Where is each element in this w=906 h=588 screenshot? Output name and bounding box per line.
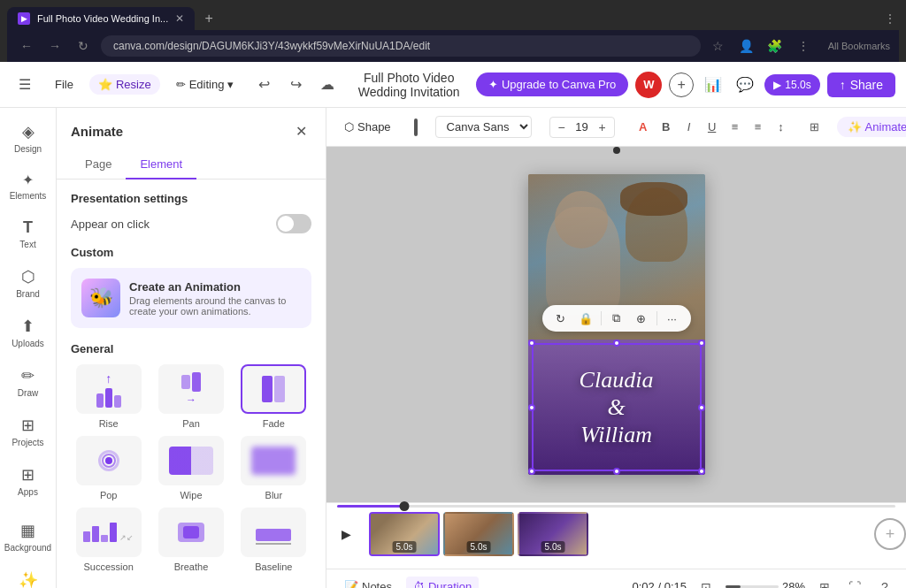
add-collaborator-btn[interactable]: +: [669, 73, 694, 97]
timeline-scrub[interactable]: [337, 505, 895, 508]
panel-close-btn[interactable]: ✕: [290, 120, 311, 141]
clip-1-duration: 5.0s: [393, 541, 417, 553]
font-family-select[interactable]: Canva Sans: [435, 116, 532, 138]
tab-page[interactable]: Page: [71, 150, 126, 179]
timeline-clips: 5.0s 5.0s 5.0s: [365, 512, 871, 556]
forward-btn[interactable]: →: [44, 35, 65, 57]
list-btn[interactable]: ≡: [725, 117, 746, 138]
share-btn[interactable]: ↑ Share: [827, 73, 895, 97]
timeline-play-btn[interactable]: ▶: [330, 518, 362, 550]
sidebar-label-projects: Projects: [12, 438, 43, 447]
browser-settings-btn[interactable]: ⋮: [881, 10, 899, 27]
tab-element[interactable]: Element: [126, 150, 196, 179]
corner-radius-btn[interactable]: [414, 118, 418, 136]
timeline-clip-3[interactable]: 5.0s: [518, 512, 588, 556]
sidebar-item-magic[interactable]: ✨: [4, 563, 53, 588]
timeline-clip-1[interactable]: 5.0s: [369, 512, 440, 556]
sidebar-item-elements[interactable]: ✦ Elements: [4, 164, 53, 208]
user-avatar[interactable]: W: [635, 72, 662, 98]
reload-btn[interactable]: ↻: [73, 35, 94, 57]
sel-handle-bm[interactable]: [613, 468, 620, 475]
tab-close-btn[interactable]: ✕: [175, 12, 184, 25]
sel-handle-tl[interactable]: [528, 340, 535, 347]
play-time-btn[interactable]: ▶ 15.0s: [764, 74, 819, 95]
timeline-scrubber-indicator[interactable]: [613, 147, 620, 154]
duplicate-icon-ft[interactable]: ⊕: [632, 309, 651, 328]
bookmark-star-btn[interactable]: ☆: [708, 35, 729, 57]
copy-icon-ft[interactable]: ⧉: [607, 309, 626, 328]
font-size-decrease-btn[interactable]: −: [554, 119, 570, 135]
add-clip-btn[interactable]: +: [874, 518, 906, 550]
anim-item-fade[interactable]: Fade: [236, 364, 311, 429]
anim-item-blur[interactable]: Blur: [236, 436, 311, 500]
lock-icon-ft[interactable]: 🔒: [576, 309, 595, 328]
anim-label-blur: Blur: [265, 490, 283, 500]
comments-btn[interactable]: 💬: [733, 73, 757, 97]
timeline-scrubber-area: [326, 503, 906, 508]
fullscreen-btn[interactable]: ⛶: [844, 577, 865, 589]
notes-btn[interactable]: 📝 Notes: [337, 577, 399, 588]
line-height-btn[interactable]: ↕: [771, 117, 792, 138]
design-canvas: Claudia&William ↻ 🔒: [528, 174, 705, 475]
sidebar-item-draw[interactable]: ✏ Draw: [4, 359, 53, 405]
anim-item-baseline[interactable]: Baseline: [236, 508, 311, 572]
font-size-increase-btn[interactable]: +: [595, 119, 610, 135]
create-animation-card[interactable]: 🐝 Create an Animation Drag elements arou…: [71, 268, 311, 328]
browser-tab-active[interactable]: ▶ Full Photo Video Wedding In... ✕: [7, 7, 195, 30]
sel-handle-tm[interactable]: [613, 340, 620, 347]
sidebar-item-apps[interactable]: ⊞ Apps: [4, 458, 53, 504]
underline-btn[interactable]: U: [702, 117, 723, 138]
back-btn[interactable]: ←: [16, 35, 37, 57]
browser-menu-btn[interactable]: ⋮: [793, 35, 814, 57]
resize-btn[interactable]: ⭐ Resize: [89, 74, 160, 95]
sidebar-item-text[interactable]: T Text: [4, 211, 53, 256]
anim-item-pop[interactable]: Pop: [71, 436, 146, 500]
url-bar[interactable]: [101, 35, 701, 57]
shape-btn[interactable]: ⬡ Shape: [337, 117, 398, 137]
hamburger-btn[interactable]: ☰: [11, 71, 39, 99]
duration-btn[interactable]: ⏱ Duration: [406, 577, 479, 588]
sel-handle-tr[interactable]: [698, 340, 705, 347]
cloud-save-btn[interactable]: ☁: [313, 71, 342, 99]
text-color-btn[interactable]: A: [633, 117, 654, 138]
animate-toolbar-btn[interactable]: ✨ Animate: [837, 117, 906, 137]
new-tab-button[interactable]: +: [198, 8, 219, 29]
extensions-btn[interactable]: 🧩: [764, 35, 786, 57]
anim-item-succession[interactable]: ↗↙ Succession: [71, 508, 146, 572]
upgrade-btn[interactable]: ✦ Upgrade to Canva Pro: [476, 73, 628, 96]
sel-handle-bl[interactable]: [528, 468, 535, 475]
file-menu-btn[interactable]: File: [46, 74, 82, 95]
sidebar-item-background[interactable]: ▦ Background: [4, 514, 53, 560]
help-btn[interactable]: ?: [874, 577, 895, 589]
editing-btn[interactable]: ✏ Editing ▾: [167, 74, 243, 95]
sidebar-item-design[interactable]: ◈ Design: [4, 115, 53, 161]
anim-item-breathe[interactable]: Breathe: [153, 508, 228, 572]
more-icon-ft[interactable]: ···: [663, 309, 682, 328]
sidebar-item-brand[interactable]: ⬡ Brand: [4, 260, 53, 306]
anim-item-rise[interactable]: ↑ Rise: [71, 364, 146, 429]
sidebar-item-uploads[interactable]: ⬆ Uploads: [4, 309, 53, 355]
anim-item-pan[interactable]: → Pan: [153, 364, 228, 429]
sel-handle-ml[interactable]: [528, 404, 535, 411]
left-sidebar: ◈ Design ✦ Elements T Text ⬡ Brand ⬆ Upl…: [0, 108, 57, 588]
appear-on-click-toggle[interactable]: [276, 214, 311, 233]
redo-btn[interactable]: ↪: [281, 71, 310, 99]
analytics-btn[interactable]: 📊: [701, 73, 726, 97]
sidebar-item-projects[interactable]: ⊞ Projects: [4, 409, 53, 454]
undo-btn[interactable]: ↩: [250, 71, 278, 99]
profile-btn[interactable]: 👤: [736, 35, 757, 57]
text-align-btn[interactable]: ≡: [748, 117, 769, 138]
timeline-clip-2[interactable]: 5.0s: [443, 512, 514, 556]
grid-view-btn[interactable]: ⊞: [814, 577, 835, 589]
anim-item-wipe[interactable]: Wipe: [153, 436, 228, 500]
sel-handle-br[interactable]: [698, 468, 705, 475]
canvas-viewport[interactable]: Claudia&William ↻ 🔒: [326, 147, 906, 502]
italic-btn[interactable]: I: [679, 117, 700, 138]
bold-btn[interactable]: B: [656, 117, 677, 138]
timeline-scrub-dot[interactable]: [399, 501, 409, 511]
refresh-icon-ft[interactable]: ↻: [551, 309, 571, 328]
spacing-btn[interactable]: ⊞: [810, 117, 819, 138]
canvas-toolbar: ⬡ Shape Canva Sans − 19 + A B I U ≡: [326, 108, 906, 147]
fit-to-screen-btn[interactable]: ⊡: [695, 577, 717, 589]
sel-handle-mr[interactable]: [698, 404, 705, 411]
